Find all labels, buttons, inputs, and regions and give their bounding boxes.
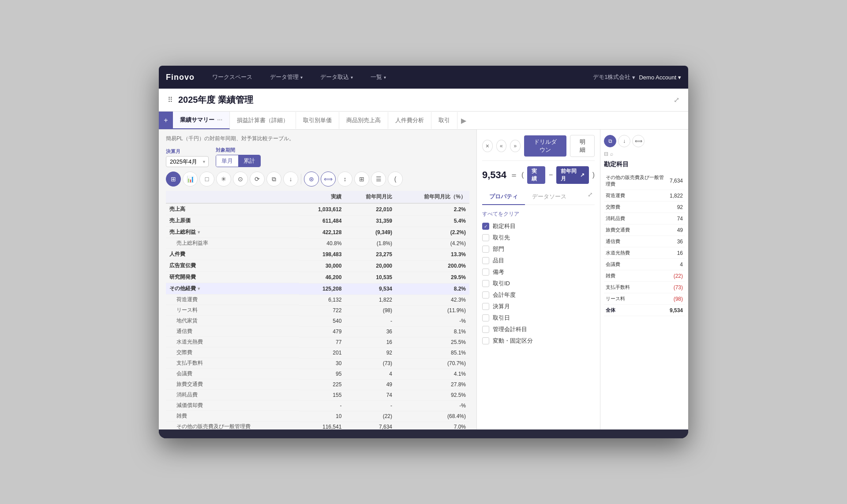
sunburst-view-button[interactable]: ✳ (216, 172, 231, 187)
table-row[interactable]: 交際費2019285.1% (166, 347, 469, 358)
frp-list-item[interactable]: 全体9,534 (604, 305, 685, 316)
frp-list-item[interactable]: リース料(98) (604, 293, 685, 305)
frp-list-item[interactable]: 通信費36 (604, 236, 685, 247)
table-row[interactable]: 通信費479368.1% (166, 326, 469, 337)
rp-checkbox-item[interactable]: ✓勘定科目 (482, 222, 595, 230)
table-row[interactable]: 消耗品費1557492.5% (166, 390, 469, 400)
frp-list-item[interactable]: 雑費(22) (604, 270, 685, 282)
settings-button[interactable]: ☰ (371, 172, 386, 187)
table-row[interactable]: 売上総利益▾422,128(9,349)(2.2%) (166, 227, 469, 238)
rp-checkbox-item[interactable]: 取引日 (482, 314, 595, 322)
frp-list-item[interactable]: 会議費4 (604, 259, 685, 270)
table-row[interactable]: 会議費9544.1% (166, 369, 469, 379)
copy-button[interactable]: ⧉ (266, 172, 281, 187)
rp-detail-button[interactable]: 明細 (570, 135, 595, 157)
rp-checkbox-item[interactable]: 取引ID (482, 280, 595, 287)
table-row[interactable]: 旅費交通費2254927.8% (166, 379, 469, 390)
rp-checkbox-item[interactable]: 品目 (482, 257, 595, 265)
frp-expand-button[interactable]: ⟺ (632, 135, 645, 147)
tab-summary[interactable]: 業績サマリー ⋯ (173, 112, 230, 129)
row-label: 売上総利益▾ (166, 227, 299, 238)
time-view-button[interactable]: ⊙ (233, 172, 248, 187)
tab-transaction-unit[interactable]: 取引別単価 (296, 112, 339, 129)
tab-menu-icon[interactable]: ⋯ (217, 117, 222, 123)
download-button[interactable]: ↓ (283, 172, 298, 187)
rp-clear-all-button[interactable]: すべてをクリア (482, 210, 595, 218)
tab-pl-detail[interactable]: 損益計算書（詳細） (230, 112, 296, 129)
waterfall-view-button[interactable]: ⟳ (250, 172, 265, 187)
table-row[interactable]: その他経費▾125,2089,5348.2% (166, 283, 469, 295)
rp-forward-button[interactable]: » (510, 140, 521, 152)
frp-list-item[interactable]: その他の販売費及び一般管理費7,634 (604, 172, 685, 190)
table-row[interactable]: 広告宣伝費30,00020,000200.0% (166, 260, 469, 272)
table-row[interactable]: 支払手数料30(73)(70.7%) (166, 358, 469, 369)
table-row[interactable]: リース料722(98)(11.9%) (166, 305, 469, 316)
chart-view-button[interactable]: 📊 (183, 172, 198, 187)
account-selector[interactable]: Demo Account ▾ (639, 74, 681, 81)
rp-checkbox-item[interactable]: 部門 (482, 245, 595, 253)
company-selector[interactable]: デモ1株式会社 ▾ (593, 73, 635, 81)
frp-list-item[interactable]: 消耗品費74 (604, 213, 685, 224)
rp-checkbox-item[interactable]: 備考 (482, 268, 595, 276)
rp-expand-button[interactable]: ⤢ (586, 189, 595, 205)
table-row[interactable]: 売上高1,033,61222,0102.2% (166, 203, 469, 215)
rp-checkbox-item[interactable]: 会計年度 (482, 291, 595, 299)
rp-checkbox-item[interactable]: 変動・固定区分 (482, 337, 595, 345)
nav-data-import[interactable]: データ取込 ▾ (317, 71, 356, 83)
tab-personnel[interactable]: 人件費分析 (388, 112, 431, 129)
decision-month-select[interactable]: 2025年4月 (166, 156, 209, 167)
table-row[interactable]: 売上総利益率40.8%(1.8%)(4.2%) (166, 238, 469, 249)
nav-data-management[interactable]: データ管理 ▾ (266, 71, 306, 83)
rp-close-button[interactable]: × (482, 140, 493, 152)
row-yoy: (22) (345, 411, 396, 422)
rp-tab-properties[interactable]: プロパティ (482, 189, 525, 205)
table-row[interactable]: 水道光熱費771625.5% (166, 337, 469, 347)
tab-product-sales[interactable]: 商品別売上高 (339, 112, 388, 129)
more-button[interactable]: ( (388, 172, 403, 187)
rp-tab-datasource[interactable]: データソース (525, 189, 573, 205)
frp-list-item[interactable]: 支払手数料(73) (604, 282, 685, 293)
row-yoy: - (345, 400, 396, 411)
row-actual: 116,541 (299, 422, 345, 429)
expand-horizontal-button[interactable]: ⟺ (321, 172, 336, 187)
frp-item-label: 水道光熱費 (606, 250, 677, 256)
table-row[interactable]: 雑費10(22)(68.4%) (166, 411, 469, 422)
frp-copy-button[interactable]: ⧉ (604, 135, 616, 147)
table-row[interactable]: 荷造運費6,1321,82242.3% (166, 295, 469, 305)
sort-button[interactable]: ↕ (337, 172, 352, 187)
row-yoy: 9,534 (345, 283, 396, 295)
table-row[interactable]: 人件費198,48323,27513.3% (166, 249, 469, 260)
table-row[interactable]: 減価償却費---% (166, 400, 469, 411)
table-row[interactable]: 研究開発費46,20010,53529.5% (166, 272, 469, 283)
row-label: 売上総利益率 (166, 238, 299, 249)
table-row[interactable]: その他の販売費及び一般管理費116,5417,6347.0% (166, 422, 469, 429)
row-yoy: 36 (345, 326, 396, 337)
tab-more-button[interactable]: ▶ (457, 112, 470, 129)
nav-list[interactable]: 一覧 ▾ (367, 71, 390, 83)
frp-list-item[interactable]: 荷造運費1,822 (604, 190, 685, 202)
table-row[interactable]: 地代家賃540--% (166, 316, 469, 326)
tab-transaction[interactable]: 取引 (431, 112, 457, 129)
rp-checkbox-item[interactable]: 決算月 (482, 302, 595, 310)
rp-checkbox-item[interactable]: 管理会計科目 (482, 325, 595, 333)
table-row[interactable]: 売上原価611,48431,3595.4% (166, 215, 469, 227)
grid-settings-button[interactable]: ⊞ (354, 172, 369, 187)
cumulative-button[interactable]: 累計 (238, 155, 260, 167)
add-tab-button[interactable]: + (159, 112, 173, 129)
rp-drilldown-button[interactable]: ドリルダウン (524, 135, 567, 157)
frp-item-value: (22) (674, 273, 683, 279)
rp-back-button[interactable]: « (496, 140, 507, 152)
table-view-button[interactable]: ⊞ (166, 172, 181, 187)
grid-icon[interactable]: ⠿ (168, 96, 173, 104)
frp-list-item[interactable]: 交際費92 (604, 202, 685, 213)
nav-workspace[interactable]: ワークスペース (209, 71, 256, 83)
frp-list-item[interactable]: 水道光熱費16 (604, 247, 685, 259)
rp-checkbox-item[interactable]: 取引先 (482, 234, 595, 242)
card-view-button[interactable]: □ (199, 172, 214, 187)
row-actual: 6,132 (299, 295, 345, 305)
collapse-button[interactable]: ⤢ (674, 96, 679, 104)
single-month-button[interactable]: 単月 (216, 155, 238, 167)
frp-download-button[interactable]: ↓ (618, 135, 630, 147)
frp-list-item[interactable]: 旅費交通費49 (604, 224, 685, 236)
collapse-rows-button[interactable]: ⊛ (304, 172, 319, 187)
